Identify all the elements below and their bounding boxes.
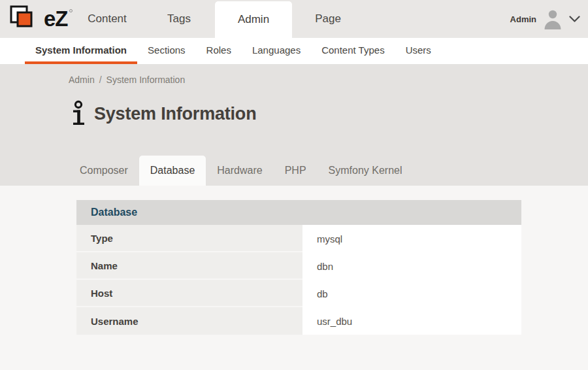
subnav-item-roles[interactable]: Roles (196, 38, 242, 64)
avatar-icon (542, 8, 563, 30)
tab-symfony-kernel[interactable]: Symfony Kernel (318, 156, 414, 186)
top-navigation-bar: eZ Content Tags Admin Page Admin (0, 0, 588, 38)
info-icon (69, 100, 86, 127)
subnav-item-languages[interactable]: Languages (242, 38, 311, 64)
tab-content-section: Database Type mysql Name dbn Host db Use… (0, 186, 588, 370)
breadcrumb: Admin/System Information (0, 64, 588, 86)
nav-item-content[interactable]: Content (71, 0, 143, 38)
table-row: Username usr_dbu (76, 307, 521, 335)
table-header: Database (76, 200, 521, 225)
nav-item-admin[interactable]: Admin (215, 1, 292, 38)
subnav-item-system-information[interactable]: System Information (25, 38, 137, 64)
database-info-table: Database Type mysql Name dbn Host db Use… (76, 200, 521, 335)
page-title-row: System Information (69, 100, 588, 127)
breadcrumb-item-system-information[interactable]: System Information (106, 75, 186, 85)
subnav-item-sections[interactable]: Sections (137, 38, 196, 64)
ez-logo[interactable]: eZ (9, 4, 73, 34)
ez-logo-text: eZ (44, 4, 68, 34)
row-value-username: usr_dbu (302, 307, 521, 335)
nav-item-tags[interactable]: Tags (143, 0, 215, 38)
tab-hardware[interactable]: Hardware (206, 156, 273, 186)
page-title: System Information (94, 104, 256, 124)
row-value-name: dbn (302, 252, 521, 280)
nav-item-page[interactable]: Page (292, 0, 364, 38)
breadcrumb-item-admin[interactable]: Admin (69, 75, 95, 85)
table-row: Host db (76, 280, 521, 307)
admin-sub-navigation: System Information Sections Roles Langua… (0, 38, 588, 64)
table-row: Type mysql (76, 225, 521, 252)
subnav-item-users[interactable]: Users (395, 38, 442, 64)
row-label-username: Username (76, 307, 302, 335)
tab-composer[interactable]: Composer (69, 156, 139, 186)
subnav-item-content-types[interactable]: Content Types (311, 38, 395, 64)
page-header-section: Admin/System Information System Informat… (0, 64, 588, 186)
chevron-down-icon (569, 16, 580, 23)
row-value-host: db (302, 280, 521, 307)
user-name: Admin (510, 14, 536, 24)
system-info-tabs: Composer Database Hardware PHP Symfony K… (69, 156, 588, 186)
tab-php[interactable]: PHP (274, 156, 318, 186)
user-menu[interactable]: Admin (510, 0, 580, 38)
row-label-type: Type (76, 225, 302, 252)
tab-database[interactable]: Database (139, 156, 206, 186)
ez-logo-squares-icon (9, 4, 41, 34)
main-menu: Content Tags Admin Page (71, 0, 364, 38)
table-row: Name dbn (76, 252, 521, 280)
breadcrumb-separator: / (99, 75, 102, 85)
row-label-name: Name (76, 252, 302, 280)
row-label-host: Host (76, 280, 302, 307)
row-value-type: mysql (302, 225, 521, 252)
